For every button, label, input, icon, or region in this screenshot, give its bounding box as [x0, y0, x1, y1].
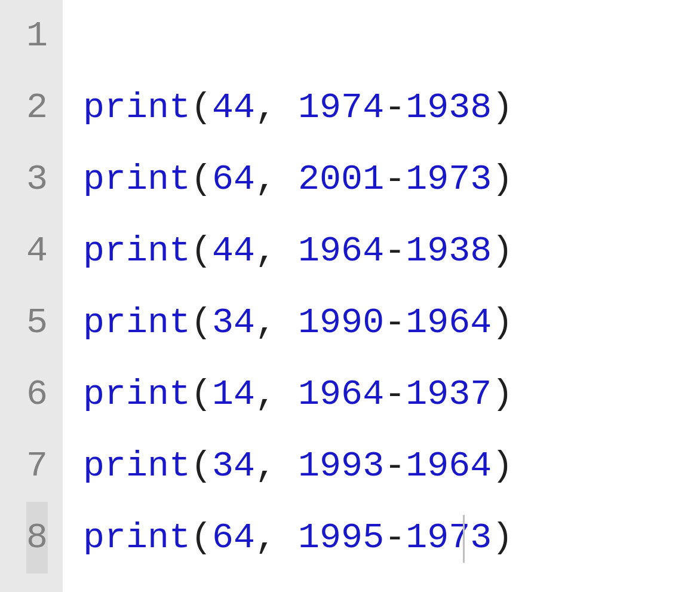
- number-literal: 1964: [298, 231, 384, 271]
- function-call: print: [83, 446, 191, 486]
- code-line[interactable]: print(34, 1990-1964): [83, 287, 700, 358]
- number-literal: 2001: [298, 159, 384, 200]
- operator-minus: -: [384, 87, 406, 128]
- space: [277, 302, 298, 343]
- space: [277, 87, 298, 128]
- code-line[interactable]: print(14, 1964-1937): [83, 358, 700, 430]
- function-call: print: [83, 374, 191, 415]
- number-literal: 1993: [298, 446, 384, 486]
- code-line[interactable]: print(64, 2001-1973): [83, 143, 700, 215]
- function-call: print: [83, 517, 191, 558]
- code-line[interactable]: print(44, 1964-1938): [83, 215, 700, 287]
- paren-close: ): [492, 302, 513, 343]
- comma: ,: [255, 159, 277, 200]
- paren-close: ): [492, 231, 513, 271]
- operator-minus: -: [384, 231, 406, 271]
- code-line[interactable]: print(64, 1995-1973): [83, 502, 700, 573]
- number-literal: 1938: [406, 231, 492, 271]
- operator-minus: -: [384, 302, 406, 343]
- code-line[interactable]: print(44, 1974-1938): [83, 72, 700, 143]
- number-literal: 34: [212, 446, 255, 486]
- comma: ,: [255, 302, 277, 343]
- line-number: 6: [26, 358, 48, 430]
- line-number: 1: [26, 0, 48, 72]
- number-literal: 1973: [406, 517, 492, 558]
- line-number: 8: [26, 502, 48, 573]
- number-literal: 1964: [298, 374, 384, 415]
- paren-close: ): [492, 87, 513, 128]
- function-call: print: [83, 302, 191, 343]
- operator-minus: -: [384, 374, 406, 415]
- paren-close: ): [492, 159, 513, 200]
- operator-minus: -: [384, 446, 406, 486]
- space: [277, 159, 298, 200]
- paren-open: (: [191, 446, 212, 486]
- function-call: print: [83, 159, 191, 200]
- space: [277, 231, 298, 271]
- comma: ,: [255, 517, 277, 558]
- space: [277, 374, 298, 415]
- space: [277, 517, 298, 558]
- number-literal: 1964: [406, 302, 492, 343]
- code-line[interactable]: print(34, 1993-1964): [83, 430, 700, 502]
- number-literal: 1974: [298, 87, 384, 128]
- paren-open: (: [191, 374, 212, 415]
- number-literal: 64: [212, 159, 255, 200]
- number-literal: 1937: [406, 374, 492, 415]
- comma: ,: [255, 231, 277, 271]
- number-literal: 34: [212, 302, 255, 343]
- number-literal: 1964: [406, 446, 492, 486]
- line-number: 3: [26, 143, 48, 215]
- number-literal: 1938: [406, 87, 492, 128]
- code-area[interactable]: print(44, 1974-1938) print(64, 2001-1973…: [63, 0, 700, 592]
- comma: ,: [255, 446, 277, 486]
- paren-open: (: [191, 302, 212, 343]
- paren-close: ): [492, 446, 513, 486]
- paren-open: (: [191, 231, 212, 271]
- paren-close: ): [492, 374, 513, 415]
- text-cursor: [463, 515, 465, 563]
- line-number-gutter: 1 2 3 4 5 6 7 8: [0, 0, 63, 592]
- code-line[interactable]: [83, 0, 700, 72]
- comma: ,: [255, 374, 277, 415]
- paren-close: ): [492, 517, 513, 558]
- paren-open: (: [191, 517, 212, 558]
- line-number: 2: [26, 72, 48, 143]
- number-literal: 1990: [298, 302, 384, 343]
- number-literal: 44: [212, 231, 255, 271]
- code-editor[interactable]: 1 2 3 4 5 6 7 8 print(44, 1974-1938) pri…: [0, 0, 700, 592]
- operator-minus: -: [384, 517, 406, 558]
- function-call: print: [83, 231, 191, 271]
- comma: ,: [255, 87, 277, 128]
- number-literal: 44: [212, 87, 255, 128]
- number-literal: 64: [212, 517, 255, 558]
- number-literal: 1995: [298, 517, 384, 558]
- line-number: 4: [26, 215, 48, 287]
- paren-open: (: [191, 159, 212, 200]
- operator-minus: -: [384, 159, 406, 200]
- space: [277, 446, 298, 486]
- paren-open: (: [191, 87, 212, 128]
- number-literal: 14: [212, 374, 255, 415]
- number-literal: 1973: [406, 159, 492, 200]
- line-number: 5: [26, 287, 48, 358]
- line-number: 7: [26, 430, 48, 502]
- function-call: print: [83, 87, 191, 128]
